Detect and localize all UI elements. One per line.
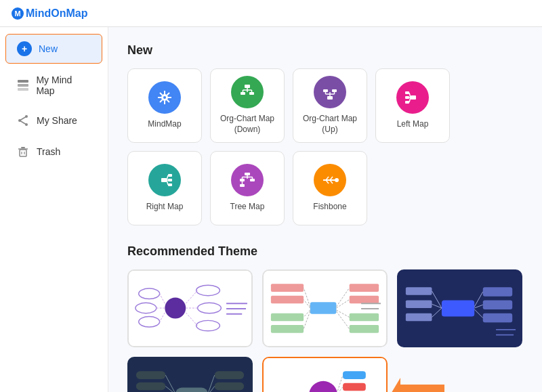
tree-map-icon bbox=[231, 164, 264, 196]
svg-rect-26 bbox=[241, 92, 245, 95]
theme1-preview bbox=[129, 271, 251, 346]
svg-rect-140 bbox=[343, 371, 366, 379]
theme-card-5[interactable] bbox=[262, 357, 388, 392]
tree-map-label: Tree Map bbox=[230, 202, 265, 213]
map-card-fishbone[interactable]: Fishbone bbox=[293, 151, 367, 225]
svg-rect-106 bbox=[442, 300, 474, 316]
sidebar-item-my-mind-map[interactable]: My Mind Map bbox=[5, 68, 102, 103]
theme-card-1[interactable] bbox=[127, 269, 253, 347]
svg-rect-47 bbox=[168, 174, 172, 177]
map-card-tree-map[interactable]: Tree Map bbox=[210, 151, 285, 225]
svg-rect-141 bbox=[343, 383, 366, 391]
org-chart-down-label: Org-Chart Map(Down) bbox=[220, 114, 274, 135]
svg-line-23 bbox=[167, 93, 170, 95]
svg-point-67 bbox=[335, 178, 339, 182]
svg-rect-3 bbox=[18, 84, 28, 87]
svg-rect-39 bbox=[411, 95, 416, 100]
svg-rect-53 bbox=[245, 173, 250, 175]
left-map-icon bbox=[396, 81, 429, 114]
svg-rect-93 bbox=[350, 313, 379, 322]
logo[interactable]: M MindOnMap bbox=[11, 7, 88, 20]
right-map-label: Right Map bbox=[146, 202, 184, 213]
svg-line-9 bbox=[20, 121, 26, 125]
svg-rect-2 bbox=[18, 80, 28, 83]
theme3-preview bbox=[398, 271, 521, 346]
svg-rect-25 bbox=[245, 85, 250, 88]
svg-line-45 bbox=[409, 97, 411, 102]
sidebar-item-trash[interactable]: Trash bbox=[5, 138, 102, 165]
svg-rect-91 bbox=[350, 284, 379, 292]
svg-rect-46 bbox=[161, 178, 167, 182]
map-card-mindmap[interactable]: MindMap bbox=[127, 68, 202, 143]
mindmap-label: MindMap bbox=[148, 119, 181, 130]
share-icon bbox=[16, 114, 30, 127]
svg-rect-33 bbox=[323, 89, 328, 92]
theme-arrow-container bbox=[390, 378, 444, 393]
topbar: M MindOnMap bbox=[0, 0, 542, 27]
svg-rect-86 bbox=[310, 302, 337, 313]
svg-rect-109 bbox=[483, 313, 512, 323]
map-type-grid: MindMap Org-Chart Map(Down) Org-Chart Ma… bbox=[127, 68, 523, 225]
theme4-preview bbox=[129, 358, 251, 392]
svg-rect-56 bbox=[250, 179, 255, 181]
theme5-preview bbox=[264, 358, 386, 392]
svg-rect-111 bbox=[406, 300, 432, 308]
svg-text:M: M bbox=[14, 9, 20, 18]
svg-rect-4 bbox=[18, 88, 28, 91]
sidebar-item-my-share[interactable]: My Share bbox=[5, 107, 102, 134]
map-card-org-chart-up[interactable]: Org-Chart Map (Up) bbox=[293, 68, 367, 143]
svg-line-52 bbox=[167, 180, 168, 185]
svg-rect-55 bbox=[240, 184, 245, 187]
theme-section-title: Recommended Theme bbox=[127, 244, 523, 259]
layers-icon bbox=[16, 79, 29, 92]
svg-line-22 bbox=[167, 100, 170, 103]
map-card-org-chart-down[interactable]: Org-Chart Map(Down) bbox=[210, 68, 285, 143]
svg-line-24 bbox=[160, 100, 163, 103]
svg-rect-27 bbox=[249, 92, 254, 95]
fishbone-label: Fishbone bbox=[313, 202, 346, 213]
svg-rect-94 bbox=[350, 325, 379, 333]
theme-card-2[interactable] bbox=[262, 269, 388, 347]
sidebar-item-new[interactable]: + New bbox=[5, 34, 102, 64]
svg-rect-32 bbox=[327, 96, 333, 100]
svg-rect-112 bbox=[406, 313, 432, 322]
map-card-right-map[interactable]: Right Map bbox=[127, 151, 202, 225]
theme-card-4[interactable] bbox=[127, 357, 253, 392]
svg-line-21 bbox=[160, 93, 163, 95]
map-card-left-map[interactable]: Left Map bbox=[375, 68, 450, 143]
svg-rect-54 bbox=[240, 179, 245, 181]
theme-card-5-wrapper bbox=[262, 357, 444, 392]
svg-line-43 bbox=[409, 93, 411, 97]
sidebar: + New My Mind Map My Share Trash bbox=[0, 27, 108, 392]
svg-rect-42 bbox=[405, 101, 409, 104]
svg-rect-123 bbox=[136, 371, 165, 379]
plus-icon: + bbox=[17, 41, 32, 56]
svg-rect-128 bbox=[215, 371, 244, 379]
svg-rect-41 bbox=[405, 96, 409, 99]
svg-marker-152 bbox=[390, 378, 444, 393]
sidebar-item-my-mind-map-label: My Mind Map bbox=[36, 74, 91, 96]
main-layout: + New My Mind Map My Share Trash New bbox=[0, 27, 542, 392]
svg-rect-107 bbox=[483, 287, 512, 297]
svg-rect-129 bbox=[215, 383, 244, 391]
svg-rect-122 bbox=[175, 387, 208, 392]
theme2-preview bbox=[264, 271, 386, 346]
sidebar-item-my-share-label: My Share bbox=[37, 115, 77, 126]
svg-rect-108 bbox=[483, 300, 512, 309]
svg-rect-88 bbox=[271, 296, 304, 304]
svg-rect-89 bbox=[271, 313, 304, 322]
svg-rect-40 bbox=[405, 91, 409, 94]
svg-rect-87 bbox=[271, 284, 304, 292]
org-chart-down-icon bbox=[231, 76, 264, 108]
new-section-title: New bbox=[127, 43, 523, 58]
svg-point-69 bbox=[165, 298, 186, 319]
svg-rect-124 bbox=[136, 383, 165, 391]
selection-arrow bbox=[390, 378, 444, 393]
svg-rect-92 bbox=[350, 296, 379, 304]
logo-icon: M bbox=[11, 7, 24, 20]
svg-line-8 bbox=[20, 116, 26, 121]
theme-card-3[interactable] bbox=[397, 269, 522, 347]
mindmap-icon bbox=[148, 81, 181, 114]
svg-rect-48 bbox=[168, 179, 172, 181]
theme-grid bbox=[127, 269, 523, 392]
